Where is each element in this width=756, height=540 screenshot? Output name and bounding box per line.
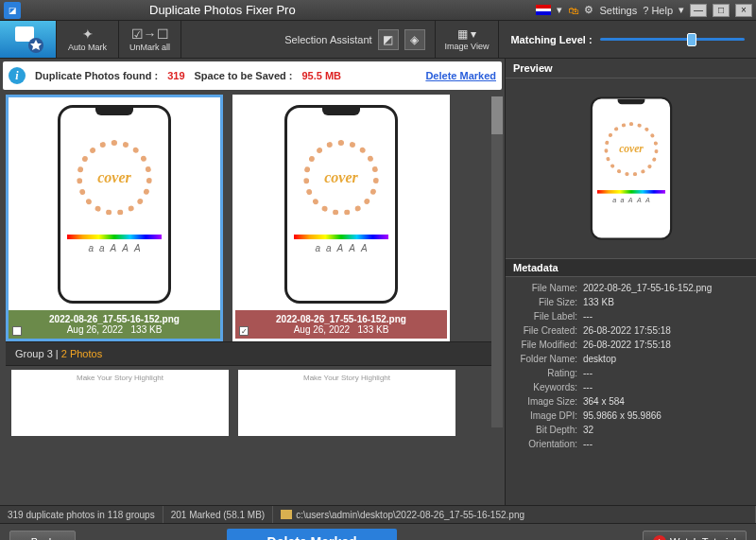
watch-tutorial-button[interactable]: Watch Tutorial xyxy=(643,531,747,541)
thumbnail-card[interactable]: cover aaAAA 2022-08-26_17-55-16-152.png … xyxy=(6,95,223,341)
matching-level-slider[interactable] xyxy=(600,38,745,41)
thumbnail-card[interactable]: Make Your Story Highlight xyxy=(238,370,455,436)
thumbnail-filename: 2022-08-26_17-55-16-152.png xyxy=(241,314,441,324)
metadata-row: File Modified:26-08-2022 17:55:18 xyxy=(506,338,756,352)
folder-icon xyxy=(281,510,292,519)
status-path: c:\users\admin\desktop\2022-08-26_17-55-… xyxy=(273,506,756,523)
vertical-scrollbar[interactable] xyxy=(491,96,503,427)
metadata-label: File Name: xyxy=(511,283,583,293)
thumbnail-date: Aug 26, 2022 xyxy=(67,324,124,335)
metadata-label: Bit Depth: xyxy=(511,425,583,435)
thumbnail-card[interactable]: Make Your Story Highlight xyxy=(11,370,229,436)
cover-text: cover xyxy=(619,143,644,155)
close-button[interactable]: × xyxy=(735,4,752,17)
unmark-all-button[interactable]: ☑→☐ UnMark all xyxy=(119,21,181,58)
toolbar: ✦ Auto Mark ☑→☐ UnMark all Selection Ass… xyxy=(0,21,756,59)
metadata-value: 95.9866 x 95.9866 xyxy=(583,410,662,421)
minimize-button[interactable]: — xyxy=(690,4,707,17)
delete-marked-button[interactable]: Delete Marked xyxy=(227,529,397,541)
metadata-value: --- xyxy=(583,311,593,322)
group-count: 2 Photos xyxy=(61,348,102,359)
wand-icon: ✦ xyxy=(82,26,94,42)
image-view-section[interactable]: ▦ ▾ Image View xyxy=(436,21,500,58)
metadata-label: Folder Name: xyxy=(511,354,583,364)
svg-rect-0 xyxy=(15,26,34,42)
metadata-value: 364 x 584 xyxy=(583,396,625,407)
thumbnail-image: cover aaAAA xyxy=(9,97,220,310)
metadata-value: desktop xyxy=(583,354,616,364)
metadata-value: 26-08-2022 17:55:18 xyxy=(583,325,671,336)
maximize-button[interactable]: □ xyxy=(713,4,730,17)
thumbnail-caption: 2022-08-26_17-55-16-152.png Aug 26, 2022… xyxy=(9,310,220,339)
settings-link[interactable]: Settings xyxy=(599,5,637,16)
window-title: Duplicate Photos Fixer Pro xyxy=(149,3,296,17)
slider-thumb[interactable] xyxy=(687,33,696,46)
thumbnail-filename: 2022-08-26_17-55-16-152.png xyxy=(14,314,215,324)
selection-tool-1-button[interactable]: ◩ xyxy=(378,29,399,50)
metadata-row: Image Size:364 x 584 xyxy=(506,394,756,409)
matching-level-label: Matching Level : xyxy=(510,34,592,45)
metadata-label: Image DPI: xyxy=(511,410,583,421)
thumbnail-preview-text: Make Your Story Highlight xyxy=(77,374,163,382)
thumbnail-checkbox[interactable] xyxy=(12,326,22,336)
help-link[interactable]: ? Help xyxy=(643,5,673,16)
back-button[interactable]: Back xyxy=(9,531,76,541)
thumbnail-size: 133 KB xyxy=(358,324,389,335)
status-bar: 319 duplicate photos in 118 groups 201 M… xyxy=(0,505,756,523)
metadata-label: Orientation: xyxy=(511,439,583,449)
metadata-row: Image DPI:95.9866 x 95.9866 xyxy=(506,409,756,423)
selection-tool-2-button[interactable]: ◈ xyxy=(404,29,425,50)
play-icon xyxy=(653,535,666,541)
cover-text: cover xyxy=(97,169,131,186)
dup-found-value: 319 xyxy=(167,70,184,81)
language-flag-icon[interactable] xyxy=(536,5,551,15)
metadata-value: 2022-08-26_17-55-16-152.png xyxy=(583,283,712,293)
preview-header: Preview xyxy=(506,59,756,78)
app-logo-large xyxy=(0,21,57,58)
preview-image: cover aaAAA xyxy=(506,78,756,258)
image-view-label: Image View xyxy=(445,42,490,51)
info-icon: i xyxy=(9,67,26,84)
metadata-row: Folder Name:desktop xyxy=(506,352,756,366)
thumbnail-checkbox[interactable]: ✓ xyxy=(239,326,249,336)
metadata-value: 133 KB xyxy=(583,297,614,307)
auto-mark-button[interactable]: ✦ Auto Mark xyxy=(57,21,119,58)
status-marked: 201 Marked (58.1 MB) xyxy=(163,506,274,523)
thumbnail-image: cover aaAAA xyxy=(235,97,447,310)
results-panel: i Duplicate Photos found : 319 Space to … xyxy=(0,59,505,505)
metadata-value: --- xyxy=(583,382,593,392)
unmark-all-label: UnMark all xyxy=(129,43,170,52)
metadata-row: File Created:26-08-2022 17:55:18 xyxy=(506,323,756,338)
metadata-label: File Label: xyxy=(511,311,583,322)
scrollbar-thumb[interactable] xyxy=(491,96,503,134)
chevron-down-icon[interactable]: ▾ xyxy=(557,4,562,16)
metadata-label: File Modified: xyxy=(511,340,583,350)
grid-icon: ▦ ▾ xyxy=(457,27,476,41)
chevron-down-icon[interactable]: ▾ xyxy=(679,4,684,16)
status-dup-groups: 319 duplicate photos in 118 groups xyxy=(0,506,163,523)
unmark-icon: ☑→☐ xyxy=(131,26,169,42)
space-saved-value: 95.5 MB xyxy=(301,70,341,81)
selection-assistant-section: Selection Assistant ◩ ◈ xyxy=(181,21,436,58)
shop-icon[interactable]: 🛍 xyxy=(568,5,578,16)
auto-mark-label: Auto Mark xyxy=(68,43,107,52)
cover-text: cover xyxy=(324,169,358,186)
app-logo-icon: ◪ xyxy=(4,2,21,19)
metadata-row: Keywords:--- xyxy=(506,380,756,394)
metadata-table: File Name:2022-08-26_17-55-16-152.pngFil… xyxy=(506,277,756,455)
thumbnail-size: 133 KB xyxy=(131,324,163,335)
metadata-row: File Name:2022-08-26_17-55-16-152.png xyxy=(506,281,756,295)
thumbnail-preview-text: Make Your Story Highlight xyxy=(303,374,390,382)
thumbnail-caption: ✓ 2022-08-26_17-55-16-152.png Aug 26, 20… xyxy=(235,310,447,339)
metadata-row: File Label:--- xyxy=(506,309,756,323)
thumbnail-card[interactable]: cover aaAAA ✓ 2022-08-26_17-55-16-152.pn… xyxy=(232,95,450,341)
metadata-row: Orientation:--- xyxy=(506,437,756,451)
metadata-label: Keywords: xyxy=(511,382,583,392)
preview-panel: Preview cover aaAAA Metadata File Name:2… xyxy=(505,59,756,505)
selection-assistant-label: Selection Assistant xyxy=(284,34,371,45)
metadata-row: Rating:--- xyxy=(506,366,756,380)
metadata-value: --- xyxy=(583,439,593,449)
metadata-label: File Created: xyxy=(511,325,583,336)
delete-marked-link[interactable]: Delete Marked xyxy=(425,70,496,81)
metadata-label: Rating: xyxy=(511,368,583,378)
